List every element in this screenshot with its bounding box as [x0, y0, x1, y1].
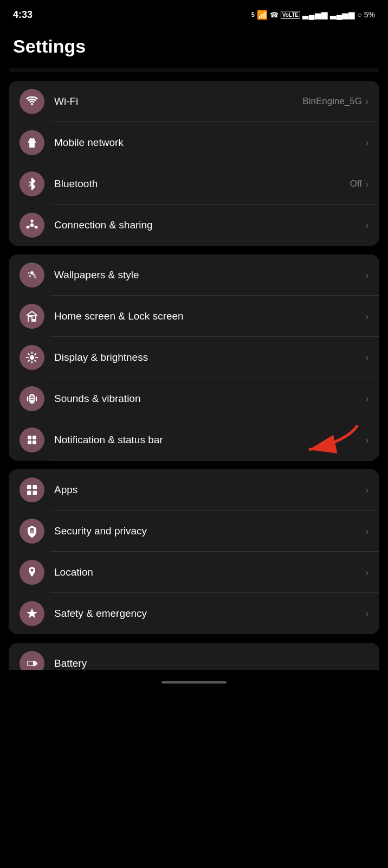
- security-privacy-chevron-icon: ›: [365, 526, 368, 537]
- svg-rect-49: [36, 662, 37, 665]
- location-icon: [25, 566, 38, 579]
- settings-item-location[interactable]: Location ›: [9, 552, 379, 593]
- settings-item-bluetooth[interactable]: Bluetooth Off ›: [9, 163, 379, 205]
- sounds-vibration-chevron-icon: ›: [365, 393, 368, 405]
- battery-icon: ○: [357, 10, 361, 19]
- svg-point-33: [31, 395, 33, 397]
- bluetooth-label: Bluetooth: [54, 178, 350, 190]
- settings-item-security-privacy[interactable]: Security and privacy ›: [9, 510, 379, 552]
- connection-sharing-label: Connection & sharing: [54, 219, 362, 231]
- safety-emergency-chevron-icon: ›: [365, 608, 368, 620]
- svg-rect-50: [28, 662, 33, 666]
- svg-line-28: [28, 360, 29, 361]
- wallpapers-chevron-icon: ›: [365, 270, 368, 281]
- settings-item-safety-emergency[interactable]: ✱ Safety & emergency ›: [9, 593, 379, 634]
- svg-line-10: [29, 226, 31, 227]
- connection-sharing-chevron-icon: ›: [365, 220, 368, 231]
- notification-status-icon-circle: [20, 427, 44, 452]
- svg-point-45: [31, 531, 33, 533]
- scroll-bar: [161, 681, 227, 684]
- connection-sharing-icon: [25, 219, 38, 232]
- status-bar: 4:33 5 📶 ☎ VoLTE ▃▄▅▆ ▃▄▅▆ ○ 5%: [0, 0, 388, 27]
- wifi-icon-circle: [20, 89, 44, 114]
- apps-icon-circle: [20, 477, 44, 502]
- svg-rect-35: [33, 436, 36, 439]
- svg-line-25: [28, 354, 29, 355]
- svg-point-13: [29, 275, 31, 277]
- bluetooth-value: Off: [350, 178, 362, 189]
- svg-rect-41: [27, 491, 31, 495]
- settings-item-mobile-network[interactable]: Mobile network ›: [9, 122, 379, 163]
- signal-5g-icon: 5: [251, 11, 255, 18]
- bluetooth-chevron-icon: ›: [365, 178, 368, 190]
- svg-point-0: [31, 103, 33, 105]
- wallpapers-icon: [25, 269, 38, 282]
- settings-item-apps[interactable]: Apps ›: [9, 469, 379, 510]
- svg-rect-34: [28, 436, 31, 439]
- sounds-vibration-icon-circle: [20, 386, 44, 411]
- location-label: Location: [54, 566, 362, 578]
- scroll-indicator: [0, 670, 388, 688]
- svg-rect-37: [33, 441, 36, 444]
- settings-item-wallpapers[interactable]: Wallpapers & style ›: [9, 254, 379, 296]
- svg-point-8: [35, 226, 38, 229]
- settings-item-home-lock[interactable]: Home screen & Lock screen ›: [9, 296, 379, 337]
- svg-line-27: [35, 354, 36, 355]
- settings-item-wifi[interactable]: Wi-Fi BinEngine_5G ›: [9, 81, 379, 122]
- svg-point-14: [33, 274, 36, 277]
- apps-chevron-icon: ›: [365, 484, 368, 496]
- settings-item-battery[interactable]: Battery: [9, 643, 379, 670]
- display-brightness-label: Display & brightness: [54, 352, 362, 363]
- safety-emergency-icon: ✱: [25, 607, 38, 620]
- svg-text:✱: ✱: [29, 610, 35, 617]
- svg-rect-18: [29, 317, 31, 322]
- battery-percent: 5%: [364, 10, 375, 19]
- battery-group-partial: Battery: [9, 643, 379, 670]
- svg-rect-36: [28, 441, 31, 444]
- settings-item-notification-status[interactable]: Notification & status bar ›: [9, 419, 379, 461]
- bluetooth-icon-circle: [20, 171, 44, 196]
- battery-label: Battery: [54, 658, 368, 669]
- notification-status-label: Notification & status bar: [54, 434, 362, 446]
- mobile-network-icon-circle: [20, 130, 44, 155]
- call-icon: ☎: [270, 11, 279, 19]
- notification-status-icon: [25, 433, 38, 446]
- display-group: Wallpapers & style › Home screen & Lock …: [9, 254, 379, 461]
- battery-icon-circle: [20, 651, 44, 670]
- settings-item-sounds-vibration[interactable]: Sounds & vibration ›: [9, 378, 379, 419]
- safety-emergency-label: Safety & emergency: [54, 608, 362, 620]
- signal-bar-1-icon: ▃▄▅▆: [302, 10, 328, 20]
- mobile-network-label: Mobile network: [54, 137, 362, 149]
- home-lock-label: Home screen & Lock screen: [54, 310, 362, 322]
- status-icons: 5 📶 ☎ VoLTE ▃▄▅▆ ▃▄▅▆ ○ 5%: [251, 10, 375, 20]
- home-lock-icon-circle: [20, 304, 44, 329]
- svg-point-12: [30, 271, 34, 275]
- home-lock-chevron-icon: ›: [365, 311, 368, 322]
- connectivity-group: Wi-Fi BinEngine_5G › Mobile network ›: [9, 81, 379, 246]
- wifi-icon: [25, 95, 38, 108]
- security-privacy-label: Security and privacy: [54, 525, 362, 537]
- display-brightness-icon: [25, 351, 38, 364]
- svg-point-16: [35, 277, 36, 278]
- wifi-icon: 📶: [257, 10, 268, 20]
- svg-point-5: [30, 224, 34, 227]
- svg-point-7: [27, 226, 29, 229]
- svg-rect-19: [33, 316, 35, 319]
- apps-privacy-group: Apps › Security and privacy › Location ›: [9, 469, 379, 634]
- settings-item-connection-sharing[interactable]: Connection & sharing ›: [9, 205, 379, 246]
- svg-rect-40: [33, 485, 37, 489]
- svg-point-15: [28, 272, 30, 274]
- settings-item-display-brightness[interactable]: Display & brightness ›: [9, 337, 379, 378]
- mobile-network-chevron-icon: ›: [365, 137, 368, 149]
- svg-point-6: [31, 220, 34, 222]
- svg-line-26: [35, 360, 36, 361]
- wifi-label: Wi-Fi: [54, 95, 302, 107]
- safety-emergency-icon-circle: ✱: [20, 601, 44, 626]
- wifi-value: BinEngine_5G: [302, 96, 362, 107]
- svg-point-20: [30, 355, 34, 360]
- wallpapers-icon-circle: [20, 263, 44, 288]
- sounds-vibration-icon: [25, 392, 38, 405]
- sounds-vibration-label: Sounds & vibration: [54, 393, 362, 405]
- volte-icon: VoLTE: [281, 11, 300, 19]
- signal-bar-2-icon: ▃▄▅▆: [330, 10, 355, 20]
